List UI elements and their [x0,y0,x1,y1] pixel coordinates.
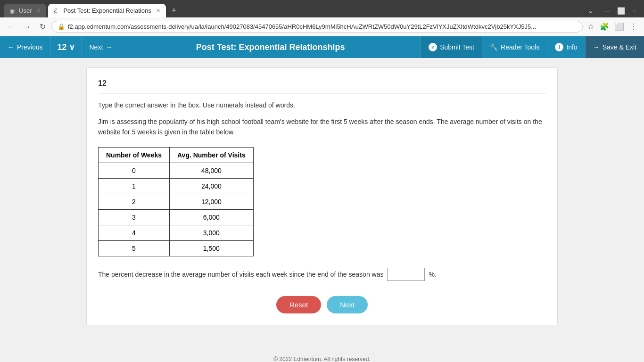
next-nav-label: Next [90,43,103,51]
table-header-weeks: Number of Weeks [99,147,170,163]
close-button[interactable]: ✕ [629,6,640,16]
menu-button[interactable]: ⋮ [628,20,639,33]
table-row: 048,000 [99,163,254,178]
table-cell-week: 3 [99,209,170,225]
app-navbar: ← Previous 12 ∨ Next → Post Test: Expone… [0,36,644,58]
current-question-number: 12 [57,42,66,52]
lock-icon: 🔒 [58,23,65,30]
tab-bar: ▣ User ✕ ℰ Post Test: Exponential Relati… [0,0,644,17]
table-row: 124,000 [99,178,254,194]
reader-tools-button[interactable]: 🔧 Reader Tools [482,36,547,58]
previous-button[interactable]: ← Previous [0,36,50,58]
tab-test[interactable]: ℰ Post Test: Exponential Relations ✕ [48,4,165,17]
window-controls: — ⬜ ✕ [601,6,640,16]
previous-arrow-icon: ← [8,43,14,51]
table-cell-week: 5 [99,240,170,256]
save-exit-label: Save & Exit [603,43,636,51]
extensions-button[interactable]: 🧩 [598,20,611,33]
refresh-button[interactable]: ↻ [37,21,49,32]
table-cell-week: 4 [99,225,170,240]
profile-button[interactable]: ⬜ [613,20,626,33]
submit-test-button[interactable]: ✓ Submit Test [421,36,482,58]
copyright-text: © 2022 Edmentum. All rights reserved. [273,356,371,362]
table-cell-visits: 1,500 [170,240,254,256]
address-bar[interactable]: 🔒 f2.app.edmentum.com/assessments-delive… [51,21,583,33]
table-row: 43,000 [99,225,254,240]
tab-test-close[interactable]: ✕ [156,8,160,14]
table-cell-week: 2 [99,194,170,209]
previous-label: Previous [17,43,42,51]
table-cell-week: 0 [99,163,170,178]
browser-controls: ← → ↻ 🔒 f2.app.edmentum.com/assessments-… [0,17,644,36]
save-exit-button[interactable]: → Save & Exit [585,36,644,58]
next-arrow-icon: → [106,43,112,51]
submit-check-icon: ✓ [429,43,437,51]
browser-chrome: ▣ User ✕ ℰ Post Test: Exponential Relati… [0,0,644,36]
table-row: 36,000 [99,209,254,225]
save-exit-icon: → [593,43,600,51]
table-cell-visits: 6,000 [170,209,254,225]
main-content: 12 Type the correct answer in the box. U… [0,58,644,350]
tab-test-favicon: ℰ [54,8,60,14]
chevron-down-icon: ∨ [69,42,75,52]
footer: © 2022 Edmentum. All rights reserved. [0,350,644,362]
submit-label: Submit Test [440,43,474,51]
back-button[interactable]: ← [5,22,18,32]
answer-suffix-text: %. [429,271,436,278]
question-card: 12 Type the correct answer in the box. U… [86,67,558,325]
table-cell-visits: 24,000 [170,178,254,194]
forward-button[interactable]: → [21,22,34,32]
reader-tools-label: Reader Tools [501,43,539,51]
new-tab-button[interactable]: + [168,4,181,17]
tab-user-close[interactable]: ✕ [36,8,41,14]
question-body-text: Jim is assessing the popularity of his h… [98,116,546,138]
reader-tools-icon: 🔧 [490,43,498,51]
answer-row: The percent decrease in the average numb… [98,268,546,281]
table-header-visits: Avg. Number of Visits [170,147,254,163]
nav-actions: ✓ Submit Test 🔧 Reader Tools i Info → Sa… [421,36,644,58]
table-row: 212,000 [99,194,254,209]
tab-overflow-button[interactable]: ⌄ [584,4,597,17]
tab-user-label: User [19,7,32,14]
table-row: 51,500 [99,240,254,256]
table-cell-visits: 3,000 [170,225,254,240]
tab-user[interactable]: ▣ User ✕ [4,4,46,17]
action-buttons: Reset Next [98,296,546,313]
maximize-button[interactable]: ⬜ [614,6,628,16]
minimize-button[interactable]: — [601,6,613,16]
tab-test-label: Post Test: Exponential Relations [63,7,151,14]
question-number: 12 [98,79,546,94]
address-url: f2.app.edmentum.com/assessments-delivery… [68,23,577,30]
reset-button[interactable]: Reset [276,296,321,313]
table-cell-visits: 48,000 [170,163,254,178]
answer-input[interactable] [387,268,425,281]
info-circle-icon: i [555,43,563,51]
answer-prefix-text: The percent decrease in the average numb… [98,271,383,278]
table-cell-visits: 12,000 [170,194,254,209]
table-cell-week: 1 [99,178,170,194]
info-label: Info [566,43,577,51]
next-nav-button[interactable]: Next → [82,36,121,58]
data-table: Number of Weeks Avg. Number of Visits 04… [98,147,254,256]
browser-toolbar-icons: ☆ 🧩 ⬜ ⋮ [586,20,639,33]
bookmark-star-button[interactable]: ☆ [586,20,596,33]
question-number-selector[interactable]: 12 ∨ [50,36,82,58]
info-button[interactable]: i Info [547,36,585,58]
test-title: Post Test: Exponential Relationships [120,36,421,58]
question-instruction: Type the correct answer in the box. Use … [98,101,546,109]
tab-user-favicon: ▣ [9,8,16,14]
next-button[interactable]: Next [327,296,368,313]
